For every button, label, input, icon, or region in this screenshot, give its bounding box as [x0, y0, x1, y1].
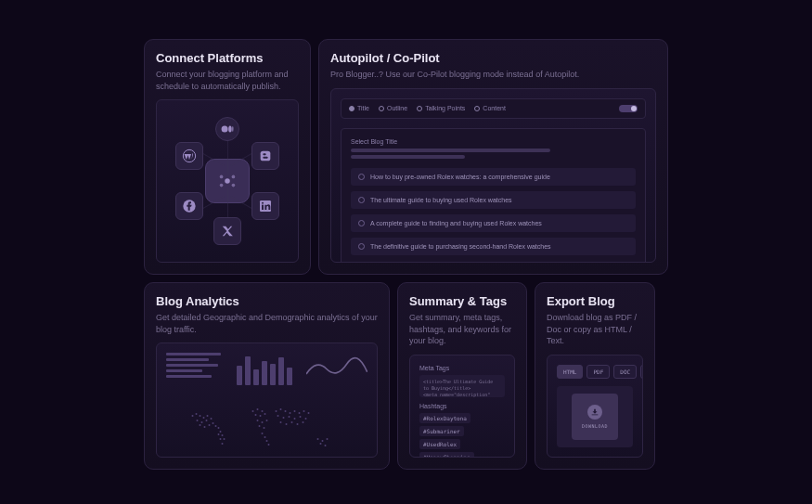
connect-platforms-card: Connect Platforms Connect your blogging …	[144, 39, 311, 275]
line-chart-viz	[306, 353, 367, 385]
autopilot-preview: Title Outline Talking Points Content Sel…	[330, 88, 656, 263]
svg-point-37	[252, 410, 254, 412]
svg-point-40	[255, 414, 257, 416]
svg-point-55	[290, 412, 291, 414]
export-title: Export Blog	[547, 294, 643, 308]
radio-icon	[358, 243, 365, 250]
svg-point-75	[325, 445, 327, 446]
svg-point-69	[297, 423, 299, 425]
svg-point-49	[264, 436, 266, 438]
svg-point-18	[200, 415, 201, 417]
svg-point-16	[192, 415, 194, 417]
skeleton-line	[351, 149, 550, 152]
radio-icon	[379, 106, 384, 111]
svg-point-48	[262, 433, 264, 434]
download-icon	[587, 405, 602, 420]
analytics-title: Blog Analytics	[156, 294, 378, 308]
download-area: DOWNLOAD	[557, 386, 633, 447]
export-tab-text[interactable]: TEXT	[640, 365, 643, 379]
download-button[interactable]: DOWNLOAD	[572, 394, 618, 440]
tab-title[interactable]: Title	[349, 105, 369, 111]
svg-point-15	[262, 202, 264, 204]
svg-point-51	[268, 444, 270, 446]
connect-title: Connect Platforms	[156, 51, 299, 65]
svg-point-58	[303, 410, 305, 412]
svg-point-74	[320, 443, 322, 445]
svg-point-60	[277, 415, 279, 417]
analytics-card: Blog Analytics Get detailed Geographic a…	[144, 282, 390, 470]
summary-card: Summary & Tags Get summary, meta tags, h…	[397, 282, 527, 470]
svg-point-7	[228, 126, 232, 133]
analytics-desc: Get detailed Geographic and Demographic …	[156, 312, 378, 335]
svg-point-53	[280, 408, 282, 410]
svg-point-70	[303, 421, 304, 423]
svg-point-64	[300, 416, 302, 418]
svg-point-26	[204, 426, 206, 428]
radio-icon	[358, 197, 365, 203]
title-option[interactable]: How to buy pre-owned Rolex watches: a co…	[351, 168, 636, 186]
hashtag[interactable]: #RolexDaytona	[419, 413, 470, 423]
svg-point-45	[266, 420, 268, 421]
svg-point-35	[220, 438, 222, 440]
svg-point-36	[222, 443, 224, 445]
radio-icon	[349, 106, 354, 111]
svg-point-25	[200, 424, 201, 426]
hashtag[interactable]: #HappyShopping	[419, 452, 474, 458]
svg-point-21	[197, 420, 199, 421]
svg-point-72	[322, 440, 324, 442]
autopilot-desc: Pro Blogger..? Use our Co-Pilot blogging…	[330, 69, 656, 81]
svg-point-27	[209, 424, 211, 426]
svg-point-52	[276, 410, 277, 412]
radio-icon	[358, 174, 365, 180]
export-tab-html[interactable]: HTML	[557, 365, 583, 379]
linkedin-icon[interactable]	[251, 192, 279, 220]
hashtag[interactable]: #UsedRolex	[419, 439, 460, 449]
export-tab-pdf[interactable]: PDF	[586, 365, 610, 379]
facebook-icon[interactable]	[175, 192, 203, 220]
connect-desc: Connect your blogging platform and sched…	[156, 69, 299, 92]
summary-title: Summary & Tags	[409, 294, 515, 308]
svg-point-31	[220, 431, 222, 433]
autopilot-card: Autopilot / Co-Pilot Pro Blogger..? Use …	[318, 39, 668, 275]
autopilot-body: Select Blog Title How to buy pre-owned R…	[341, 128, 646, 263]
svg-point-68	[291, 421, 293, 423]
export-desc: Download blog as PDF / Doc or copy as HT…	[547, 312, 643, 347]
tab-outline[interactable]: Outline	[379, 105, 407, 111]
wordpress-icon[interactable]	[175, 142, 203, 170]
svg-point-2	[232, 175, 236, 179]
select-title-label: Select Blog Title	[351, 138, 636, 145]
blogger-icon[interactable]	[251, 142, 279, 170]
svg-point-56	[294, 410, 296, 412]
svg-point-41	[260, 415, 262, 417]
svg-point-50	[266, 440, 268, 442]
summary-desc: Get summary, meta tags, hashtags, and ke…	[409, 312, 515, 347]
analytics-preview	[156, 342, 378, 458]
hashtags-label: Hashtags	[419, 403, 505, 409]
svg-point-19	[203, 417, 205, 419]
x-icon[interactable]	[213, 217, 241, 245]
svg-point-23	[206, 420, 208, 421]
hashtag[interactable]: #Submariner	[419, 426, 464, 436]
export-tab-doc[interactable]: DOC	[613, 365, 637, 379]
autopilot-title: Autopilot / Co-Pilot	[330, 51, 656, 65]
svg-point-17	[196, 413, 198, 415]
title-option[interactable]: The definitive guide to purchasing secon…	[351, 238, 636, 255]
tab-content[interactable]: Content	[474, 105, 506, 111]
svg-rect-11	[263, 157, 267, 159]
svg-point-46	[259, 425, 261, 427]
connect-preview	[156, 99, 299, 263]
medium-icon[interactable]	[215, 117, 239, 141]
svg-point-28	[213, 422, 214, 424]
title-option[interactable]: The ultimate guide to buying used Rolex …	[351, 191, 636, 209]
svg-point-34	[218, 433, 220, 435]
title-option[interactable]: A complete guide to finding and buying u…	[351, 214, 636, 232]
export-preview: HTML PDF DOC TEXT DOWNLOAD	[547, 355, 643, 458]
svg-point-66	[280, 421, 282, 423]
tab-talking-points[interactable]: Talking Points	[417, 105, 465, 111]
svg-point-71	[317, 438, 319, 440]
mode-toggle[interactable]	[619, 105, 638, 112]
meta-code-box: <title>The Ultimate Guide to Buying</tit…	[419, 375, 505, 397]
svg-point-32	[222, 434, 224, 436]
svg-point-65	[305, 418, 307, 420]
horizontal-bars-viz	[166, 353, 227, 385]
